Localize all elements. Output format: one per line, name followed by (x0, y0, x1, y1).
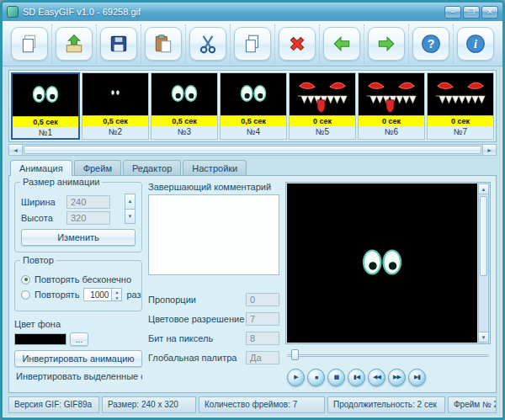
invert-animation-button[interactable]: Инвертировать анимацию (14, 350, 142, 367)
last-button[interactable]: ▶▮ (408, 369, 426, 386)
frame-position-slider[interactable] (285, 348, 491, 362)
height-value: 320 (66, 211, 110, 225)
playback-controls: ▶■▮▮▮◀◀◀▶▶▶▮ (285, 367, 491, 387)
scroll-left-icon[interactable] (9, 145, 23, 155)
window-controls: – ❐ ✕ (444, 6, 498, 19)
tab-settings[interactable]: Настройки (183, 160, 247, 175)
frame-number: №7 (428, 126, 493, 137)
bits-per-pixel-value: 8 (246, 332, 279, 345)
delete-button[interactable] (279, 27, 316, 61)
frame-thumbnail (152, 73, 217, 115)
close-button[interactable]: ✕ (481, 6, 498, 19)
spin-up-icon[interactable] (112, 289, 121, 295)
animation-settings-column: Размер анимации Ширина 240 Высота 320 Из… (14, 182, 142, 387)
repeat-count-label: Повторять (35, 290, 79, 300)
frame-item[interactable]: 0 сек№6 (358, 72, 425, 140)
copy-icon (242, 33, 263, 55)
spin-down-icon[interactable] (112, 295, 121, 300)
color-resolution-label: Цветовое разрешение (148, 314, 244, 324)
svg-text:i: i (474, 37, 477, 51)
preview-canvas (287, 183, 477, 343)
help-button[interactable]: ? (412, 27, 449, 61)
frame-scrollbar[interactable] (8, 144, 497, 156)
frame-duration: 0,5 сек (152, 115, 217, 126)
pause-button[interactable]: ▮▮ (327, 369, 345, 386)
new-button-cell (8, 24, 52, 63)
repeat-count-spinbox: 1000 (83, 288, 122, 301)
frame-number: №6 (359, 126, 424, 137)
tab-frame[interactable]: Фрейм (74, 160, 121, 175)
new-button[interactable] (11, 27, 48, 61)
spin-up-icon[interactable] (125, 194, 135, 210)
info-button[interactable]: i (457, 27, 494, 61)
forward-button[interactable] (368, 27, 405, 61)
title-bar[interactable]: SD EasyGIF v1.0 - 69258.gif – ❐ ✕ (3, 3, 502, 21)
final-comment-label: Завершающий комментарий (148, 182, 279, 192)
frame-thumbnail (359, 73, 424, 115)
open-button[interactable] (56, 27, 93, 61)
frame-item[interactable]: 0 сек№7 (427, 72, 494, 140)
preview-scrollbar[interactable] (478, 183, 489, 343)
repeat-forever-radio[interactable] (21, 275, 30, 284)
proportions-value: 0 (246, 293, 279, 306)
frame-strip: 0,5 сек№10,5 сек№20,5 сек№30,5 сек№40 се… (11, 72, 494, 140)
preview-scrollbar-track[interactable] (479, 194, 488, 332)
prev-button[interactable]: ◀◀ (368, 369, 385, 386)
change-size-button[interactable]: Изменить (21, 229, 136, 246)
animation-properties-column: Завершающий комментарий Пропорции 0 Цвет… (148, 182, 279, 387)
frame-duration: 0,5 сек (221, 115, 286, 126)
back-button[interactable] (323, 27, 360, 61)
final-comment-input[interactable] (148, 194, 279, 275)
scroll-up-icon[interactable] (479, 184, 488, 194)
minimize-button[interactable]: – (444, 6, 461, 19)
save-button[interactable] (100, 27, 137, 61)
frame-number: №3 (152, 126, 217, 137)
global-palette-value: Да (246, 351, 279, 364)
paste-button[interactable] (145, 27, 182, 61)
tab-editor[interactable]: Редактор (123, 160, 181, 175)
frame-item[interactable]: 0,5 сек№1 (11, 72, 80, 140)
info-icon: i (465, 33, 486, 55)
frame-item[interactable]: 0,5 сек№4 (220, 72, 287, 140)
frame-strip-container: 0,5 сек№10,5 сек№20,5 сек№30,5 сек№40 се… (8, 70, 497, 142)
frame-item[interactable]: 0,5 сек№2 (82, 72, 149, 140)
frame-duration: 0,5 сек (13, 116, 78, 127)
repeat-count-input[interactable]: 1000 (83, 288, 112, 301)
height-label: Высота (21, 213, 63, 223)
play-button[interactable]: ▶ (287, 369, 305, 386)
frame-item[interactable]: 0,5 сек№3 (151, 72, 218, 140)
spin-down-icon[interactable] (125, 210, 135, 224)
app-icon (7, 6, 19, 18)
paste-icon (152, 33, 174, 55)
repeat-group: Повтор Повторять бесконечно Повторять 10… (14, 260, 142, 311)
slider-thumb[interactable] (291, 349, 299, 360)
scroll-right-icon[interactable] (482, 145, 496, 155)
copy-button[interactable] (234, 27, 271, 61)
svg-text:?: ? (428, 37, 435, 51)
frame-duration: 0,5 сек (82, 115, 148, 126)
repeat-count-spinner[interactable] (112, 288, 122, 301)
back-button-cell (320, 24, 364, 63)
repeat-count-radio[interactable] (21, 290, 30, 300)
bg-color-label: Цвет фона (14, 319, 142, 329)
first-button[interactable]: ▮◀ (348, 369, 365, 386)
preview-scrollbar-thumb[interactable] (480, 196, 487, 276)
scroll-down-icon[interactable] (479, 332, 488, 342)
stop-button[interactable]: ■ (307, 369, 325, 386)
bg-color-row: ... (14, 332, 142, 346)
next-button[interactable]: ▶▶ (388, 369, 406, 386)
bits-per-pixel-label: Бит на пиксель (148, 333, 213, 343)
size-spinner[interactable] (125, 194, 136, 224)
bg-color-swatch[interactable] (14, 333, 66, 345)
maximize-button[interactable]: ❐ (463, 6, 480, 19)
scrollbar-thumb[interactable] (24, 146, 481, 154)
bg-color-picker-button[interactable]: ... (70, 332, 88, 346)
frame-thumbnail (428, 73, 493, 115)
tab-animation[interactable]: Анимация (10, 160, 72, 176)
new-icon (19, 33, 40, 55)
info-button-cell: i (454, 24, 497, 63)
frame-item[interactable]: 0 сек№5 (289, 72, 356, 140)
invert-selected-frames-button[interactable]: Инвертировать выделенные фреймы (14, 367, 142, 381)
proportions-label: Пропорции (148, 295, 196, 305)
cut-button[interactable] (189, 27, 226, 61)
